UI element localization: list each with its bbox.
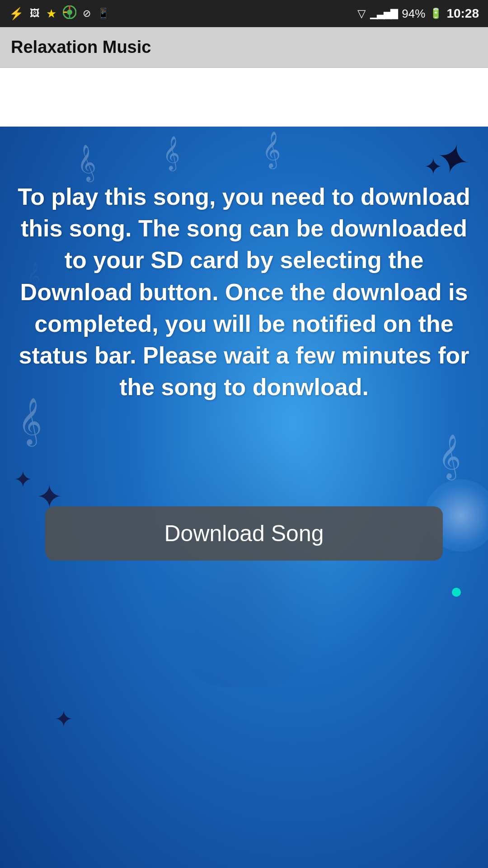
main-content: 𝄞 𝄞 𝄞 𝄞 𝄞 𝄞 ✦ ✦ ✦ ✦ ✦ To play this song,… [0,127,488,868]
music-note-3: 𝄞 [262,131,281,168]
music-note-5: 𝄞 [438,434,461,479]
time-display: 10:28 [446,6,479,21]
status-left-icons: ⚡ 🖼 ★ ⊘ 📱 [9,5,109,22]
download-arrow-icon: ▽ [357,7,366,20]
chrome-icon [63,5,76,22]
instruction-text: To play this song, you need to download … [14,181,474,403]
battery-icon: 🔋 [430,8,442,19]
download-song-button[interactable]: Download Song [45,506,443,561]
teal-dot [452,588,461,597]
tablet-icon: 📱 [97,8,109,19]
image-icon: 🖼 [30,8,40,19]
music-note-4: 𝄞 [18,398,42,445]
battery-percent: 94% [402,7,425,21]
svg-point-1 [67,9,72,15]
ad-banner [0,68,488,127]
music-note-2: 𝄞 [163,136,180,170]
star-small-1: ✦ [14,467,33,493]
block-icon: ⊘ [83,8,91,19]
status-right-icons: ▽ ▁▃▅▇ 94% 🔋 10:28 [357,6,479,21]
title-bar: Relaxation Music [0,27,488,68]
star-small-3: ✦ [54,706,73,732]
app-title: Relaxation Music [11,38,151,57]
fairy-wing: ✦ [424,154,443,180]
signal-icon: ▁▃▅▇ [370,8,397,19]
star-icon: ★ [46,7,56,21]
usb-icon: ⚡ [9,7,23,21]
status-bar: ⚡ 🖼 ★ ⊘ 📱 ▽ ▁▃▅▇ 94% 🔋 10:28 [0,0,488,27]
